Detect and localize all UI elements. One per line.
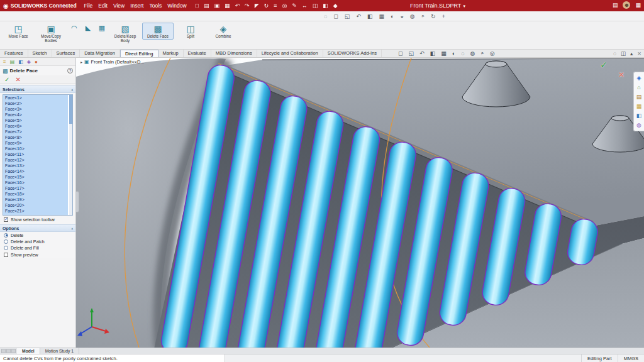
menu-view[interactable]: View xyxy=(113,3,125,9)
view-settings-icon[interactable]: ◎ xyxy=(490,50,495,57)
cancel-button[interactable]: ✕ xyxy=(15,76,20,83)
radio-icon[interactable] xyxy=(4,233,8,238)
display-style-icon[interactable]: ◐ xyxy=(452,50,455,57)
rotate-view-icon[interactable]: ↻ xyxy=(431,13,436,19)
appearance-icon[interactable]: ◧ xyxy=(323,3,328,9)
hide-show-items-icon[interactable]: ◌ xyxy=(461,50,464,57)
face-list-item[interactable]: Face<1> xyxy=(3,95,68,101)
face-list-item[interactable]: Face<13> xyxy=(3,163,68,168)
menu-edit[interactable]: Edit xyxy=(98,3,108,9)
zoom-to-area-icon[interactable]: ◱ xyxy=(345,13,350,19)
face-list-item[interactable]: Face<3> xyxy=(3,106,68,112)
tab-data-migration[interactable]: Data Migration xyxy=(80,50,120,57)
radio-icon[interactable] xyxy=(4,239,8,244)
menu-tools[interactable]: Tools xyxy=(149,3,162,9)
help-icon[interactable]: ? xyxy=(67,68,73,74)
zoom-to-fit-icon[interactable]: ◻ xyxy=(333,13,338,19)
show-selection-toolbar-checkbox[interactable] xyxy=(4,217,8,222)
show-preview-checkbox[interactable] xyxy=(4,253,8,257)
move-copy-bodies-button[interactable]: ▣ Move/Copy Bodies xyxy=(35,23,67,44)
face-list-item[interactable]: Face<10> xyxy=(3,146,68,151)
face-list-item[interactable]: Face<2> xyxy=(3,101,68,106)
material-icon[interactable]: ◆ xyxy=(333,3,338,9)
design-library-icon[interactable]: ▤ xyxy=(636,94,642,100)
displaymanager-tab-icon[interactable]: ● xyxy=(35,59,38,65)
undo-icon[interactable]: ↶ xyxy=(235,3,240,9)
document-title-caret-icon[interactable]: ▾ xyxy=(463,4,465,8)
section-view-icon[interactable]: ◧ xyxy=(430,50,436,57)
pane-toggle-icon[interactable]: ◫ xyxy=(621,50,626,57)
tab-surfaces[interactable]: Surfaces xyxy=(52,50,80,57)
tab-scroll-buttons[interactable] xyxy=(0,348,17,354)
appearances-icon[interactable]: ◍ xyxy=(636,122,641,128)
hide-show-items-icon[interactable]: ◒ xyxy=(400,13,403,19)
pan-icon[interactable]: + xyxy=(442,13,445,19)
tab-features[interactable]: Features xyxy=(0,50,28,57)
selection-filter-icon[interactable]: ◌ xyxy=(324,13,327,19)
face-list-scrollbar-thumb[interactable] xyxy=(69,95,72,124)
measure-icon[interactable]: ↔ xyxy=(302,3,308,9)
tab-motion-study-1[interactable]: Motion Study 1 xyxy=(40,348,79,354)
face-list-item[interactable]: Face<22> xyxy=(3,214,68,216)
chamfer-button[interactable]: ◣ Chamfer xyxy=(82,23,94,33)
menu-window[interactable]: Window xyxy=(167,3,186,9)
previous-view-icon[interactable]: ↶ xyxy=(419,50,425,57)
tab-solidworks-addins[interactable]: SOLIDWORKS Add-Ins xyxy=(323,50,382,57)
command-search-icon[interactable]: ◌ xyxy=(613,50,616,57)
apply-scene-icon[interactable]: ◓ xyxy=(421,13,425,19)
show-selection-toolbar-row[interactable]: Show selection toolbar xyxy=(0,216,75,223)
radio-delete-and-fill[interactable]: Delete and Fill xyxy=(0,244,75,251)
face-list-item[interactable]: Face<7> xyxy=(3,129,68,134)
open-file-icon[interactable]: ▤ xyxy=(204,3,209,9)
print-icon[interactable]: ▦ xyxy=(225,3,230,9)
unit-system-label[interactable]: MMGS xyxy=(618,354,644,362)
face-selection-list[interactable]: Face<1>Face<2>Face<3>Face<4>Face<5>Face<… xyxy=(3,94,73,216)
face-list-item[interactable]: Face<9> xyxy=(3,140,68,146)
face-list-scrollbar[interactable] xyxy=(69,95,72,215)
delete-face-button[interactable]: ▩ Delete Face xyxy=(142,23,174,40)
apps-grid-icon[interactable]: ▦ xyxy=(635,2,641,8)
options-icon[interactable]: ◎ xyxy=(282,3,287,9)
tab-evaluate[interactable]: Evaluate xyxy=(184,50,211,57)
face-list-item[interactable]: Face<15> xyxy=(3,174,68,180)
radio-delete-and-patch[interactable]: Delete and Patch xyxy=(0,238,75,244)
face-list-item[interactable]: Face<19> xyxy=(3,197,68,202)
view-orientation-icon[interactable]: ▦ xyxy=(441,50,447,57)
configurationmanager-tab-icon[interactable]: ◧ xyxy=(18,59,23,65)
panel-splitter-handle[interactable] xyxy=(76,191,79,212)
face-list-item[interactable]: Face<18> xyxy=(3,191,68,197)
redo-icon[interactable]: ↷ xyxy=(245,3,250,9)
face-list-item[interactable]: Face<16> xyxy=(3,180,68,185)
face-list-item[interactable]: Face<4> xyxy=(3,112,68,118)
radio-icon[interactable] xyxy=(4,246,8,250)
share-icon[interactable]: ▤ xyxy=(613,2,618,8)
radio-delete[interactable]: Delete xyxy=(0,232,75,238)
confirmation-cancel-icon[interactable]: ✕ xyxy=(618,70,625,79)
featuremanager-tree-tab-icon[interactable]: ≡ xyxy=(3,59,6,65)
zoom-to-fit-icon[interactable]: ◻ xyxy=(398,50,402,57)
tab-model[interactable]: Model xyxy=(17,348,40,354)
new-file-icon[interactable]: □ xyxy=(196,3,199,9)
home-icon[interactable]: ⌂ xyxy=(637,84,640,90)
section-view-icon[interactable]: ◧ xyxy=(367,13,373,19)
view-palette-icon[interactable]: ◧ xyxy=(636,112,642,119)
breadcrumb[interactable]: ▸ ▣ Front Train (Default<<D... xyxy=(80,59,145,65)
face-list-item[interactable]: Face<21> xyxy=(3,208,68,214)
save-icon[interactable]: ▣ xyxy=(214,3,220,9)
rebuild-icon[interactable]: ↻ xyxy=(264,3,269,9)
tab-lifecycle-collaboration[interactable]: Lifecycle and Collaboration xyxy=(257,50,323,57)
previous-view-icon[interactable]: ↶ xyxy=(356,13,361,19)
collapse-ribbon-icon[interactable]: ▴ xyxy=(630,50,633,57)
tab-markup[interactable]: Markup xyxy=(158,50,184,57)
tab-direct-editing[interactable]: Direct Editing xyxy=(120,50,158,57)
face-list-item[interactable]: Face<8> xyxy=(3,134,68,140)
zoom-to-area-icon[interactable]: ◱ xyxy=(409,50,414,57)
file-properties-icon[interactable]: ≡ xyxy=(274,3,277,9)
sketch-icon[interactable]: ✎ xyxy=(292,3,297,9)
file-explorer-icon[interactable]: ▦ xyxy=(636,103,642,109)
propertymanager-tab-icon[interactable]: ▤ xyxy=(10,59,15,65)
user-avatar[interactable]: ☻ xyxy=(623,1,630,9)
apply-scene-icon[interactable]: ◓ xyxy=(480,50,484,57)
linear-pattern-button[interactable]: ▦ Linear Pattern xyxy=(96,23,108,33)
view-orientation-icon[interactable]: ▦ xyxy=(379,13,384,19)
